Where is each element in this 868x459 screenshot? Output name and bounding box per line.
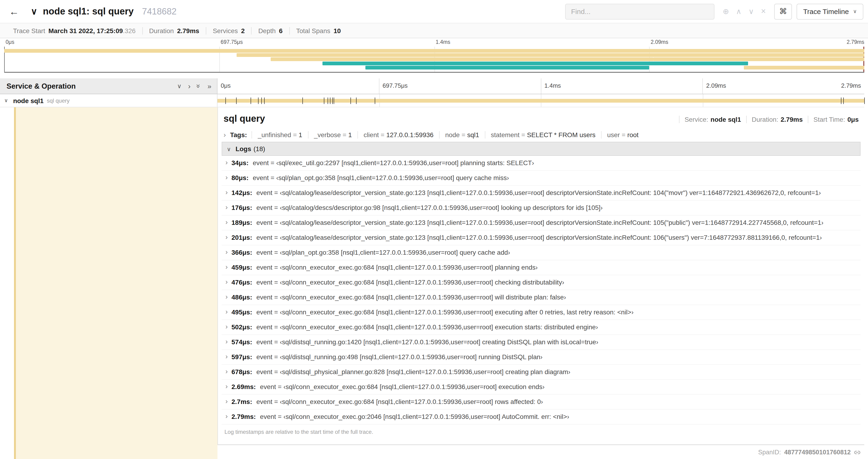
trace-summary-bar: Trace StartMarch 31 2022, 17:25:09.326Du… <box>0 23 868 38</box>
spanid-label: SpanID: <box>758 449 781 456</box>
log-message: event = ‹sql/conn_executor_exec.go:2046 … <box>260 413 569 420</box>
log-message: event = ‹sql/conn_executor_exec.go:684 [… <box>256 308 633 316</box>
log-row[interactable]: 597μs event = ‹sql/distsql_running.go:49… <box>222 350 861 365</box>
log-row[interactable]: 486μs event = ‹sql/conn_executor_exec.go… <box>222 290 861 305</box>
log-row[interactable]: 2.69ms event = ‹sql/conn_executor_exec.g… <box>222 380 861 395</box>
tag-value: 1 <box>348 131 352 138</box>
span-meta-item: Duration:2.79ms <box>746 116 808 123</box>
span-tree-item[interactable]: node sql1 sql query <box>0 94 217 107</box>
log-row[interactable]: 495μs event = ‹sql/conn_executor_exec.go… <box>222 305 861 320</box>
log-timestamp: 142μs <box>231 189 252 196</box>
tags-row[interactable]: Tags: _unfinished1_verbose1client127.0.0… <box>222 128 861 142</box>
chevron-right-icon[interactable] <box>223 131 226 138</box>
meta-value: 2.79ms <box>780 116 803 123</box>
chevron-right-icon <box>225 248 228 256</box>
log-row[interactable]: 366μs event = ‹sql/plan_opt.go:358 [nsql… <box>222 245 861 260</box>
expand-one-icon[interactable] <box>188 82 191 90</box>
tag-item: statementSELECT * FROM users <box>485 131 601 138</box>
log-timestamp: 2.7ms <box>231 398 252 405</box>
log-marker <box>841 97 842 104</box>
tag-value: 127.0.0.1:59936 <box>386 131 433 138</box>
minimap-axis: 2.79ms 0μs697.75μs1.4ms2.09ms <box>4 39 864 46</box>
chevron-right-icon <box>225 368 228 375</box>
log-message: event = ‹sql/conn_executor_exec.go:684 [… <box>260 383 545 390</box>
chevron-up-icon[interactable] <box>736 7 741 16</box>
clear-icon[interactable] <box>761 6 766 16</box>
log-marker <box>334 97 334 104</box>
log-timestamp: 486μs <box>231 293 252 301</box>
span-service-name: node sql1 <box>13 97 43 104</box>
log-row[interactable]: 189μs event = ‹sql/catalog/lease/descrip… <box>222 216 861 230</box>
logs-section-header[interactable]: Logs (18) <box>222 142 861 156</box>
log-timestamp: 366μs <box>231 249 252 256</box>
log-marker <box>356 97 356 104</box>
keyboard-shortcuts-button[interactable] <box>774 3 792 19</box>
chevron-right-icon <box>225 263 228 271</box>
log-row[interactable]: 2.79ms event = ‹sql/conn_executor_exec.g… <box>222 409 861 424</box>
log-list: 34μs event = ‹sql/exec_util.go:2297 [nsq… <box>222 156 861 424</box>
tag-key: user <box>607 131 627 138</box>
timeline-minimap[interactable] <box>4 47 864 73</box>
chevron-right-icon <box>225 189 228 196</box>
ruler-tick: 0μs <box>217 78 379 94</box>
log-row[interactable]: 142μs event = ‹sql/catalog/lease/descrip… <box>222 186 861 201</box>
log-row[interactable]: 2.7ms event = ‹sql/conn_executor_exec.go… <box>222 395 861 409</box>
log-row[interactable]: 201μs event = ‹sql/catalog/lease/descrip… <box>222 230 861 245</box>
chevron-down-icon[interactable] <box>4 97 8 104</box>
minimap-span-bar <box>365 66 649 69</box>
meta-label: Service: <box>685 116 708 123</box>
view-selector-button[interactable]: Trace Timeline <box>797 3 863 19</box>
focus-icon[interactable] <box>723 7 729 16</box>
find-input[interactable] <box>565 3 714 19</box>
grid-header: Service & Operation 2.79ms 0μs697.75μs1.… <box>0 78 864 94</box>
minimap-span-bar <box>271 57 654 61</box>
find-nav-group <box>719 6 770 16</box>
chevron-down-icon[interactable] <box>748 7 754 16</box>
collapse-one-icon[interactable] <box>177 83 182 90</box>
log-timestamp: 189μs <box>231 219 252 226</box>
log-row[interactable]: 34μs event = ‹sql/exec_util.go:2297 [nsq… <box>222 156 861 171</box>
log-marker <box>332 97 333 104</box>
log-timestamp: 2.79ms <box>231 413 256 420</box>
summary-label: Services <box>213 27 238 34</box>
summary-label: Trace Start <box>13 27 45 34</box>
summary-item: Total Spans10 <box>289 27 347 34</box>
log-timestamp: 574μs <box>231 338 252 346</box>
log-row[interactable]: 476μs event = ‹sql/conn_executor_exec.go… <box>222 275 861 290</box>
chevron-right-icon <box>225 353 228 361</box>
top-bar-actions: Trace Timeline <box>565 3 863 19</box>
tag-key: node <box>445 131 467 138</box>
chevron-right-icon <box>225 338 228 346</box>
span-indent-guide <box>14 107 217 459</box>
log-marker <box>236 97 236 104</box>
log-message: event = ‹sql/conn_executor_exec.go:684 [… <box>256 323 598 331</box>
log-row[interactable]: 80μs event = ‹sql/plan_opt.go:358 [nsql1… <box>222 171 861 186</box>
log-row[interactable]: 574μs event = ‹sql/distsql_running.go:14… <box>222 335 861 350</box>
log-row[interactable]: 678μs event = ‹sql/distsql_physical_plan… <box>222 365 861 380</box>
log-message: event = ‹sql/conn_executor_exec.go:684 [… <box>256 278 564 286</box>
summary-muted: .326 <box>123 27 136 34</box>
log-row[interactable]: 502μs event = ‹sql/conn_executor_exec.go… <box>222 320 861 335</box>
span-detail-region: sql query Service:node sql1Duration:2.79… <box>0 107 864 459</box>
copy-link-icon[interactable] <box>854 449 861 456</box>
minimap-span-bar <box>236 53 864 57</box>
minimap-axis-end: 2.79ms <box>847 39 864 45</box>
log-marker <box>843 97 844 104</box>
log-message: event = ‹sql/conn_executor_exec.go:684 [… <box>256 264 538 271</box>
chevron-right-icon <box>225 293 228 301</box>
back-button[interactable] <box>6 3 22 20</box>
span-timeline-track[interactable] <box>217 94 864 107</box>
log-row[interactable]: 459μs event = ‹sql/conn_executor_exec.go… <box>222 260 861 275</box>
log-timestamp: 495μs <box>231 308 252 316</box>
chevron-down-icon[interactable] <box>227 145 231 153</box>
chevron-right-icon <box>225 412 228 420</box>
trace-collapse-icon[interactable] <box>31 6 37 17</box>
collapse-all-icon[interactable] <box>197 82 201 90</box>
tag-key: client <box>364 131 386 138</box>
app-root: node sql1: sql query 7418682 Trace Timel… <box>0 0 868 459</box>
log-row[interactable]: 176μs event = ‹sql/catalog/descs/descrip… <box>222 201 861 216</box>
span-detail-title: sql query <box>223 113 679 124</box>
expand-all-icon[interactable] <box>208 82 211 90</box>
log-message: event = ‹sql/exec_util.go:2297 [nsql1,cl… <box>253 159 534 167</box>
meta-label: Duration: <box>752 116 778 123</box>
